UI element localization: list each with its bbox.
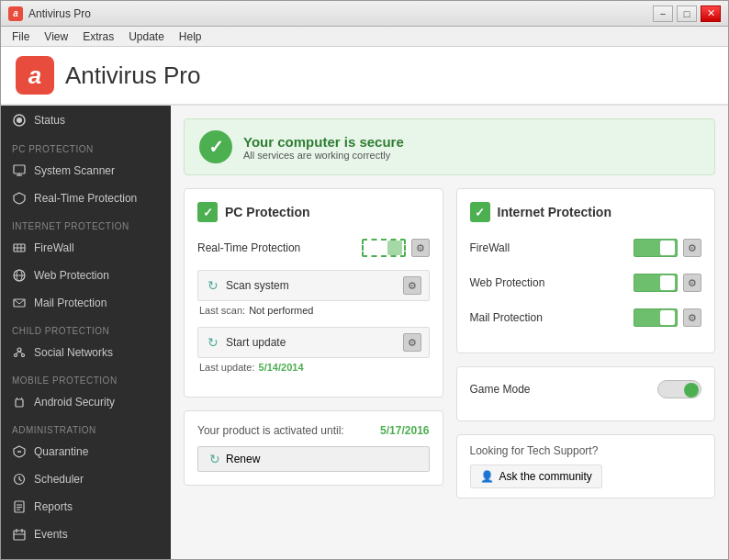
sidebar-section-mobile: MOBILE PROTECTION	[1, 370, 171, 388]
activation-label: Your product is activated until:	[197, 424, 380, 437]
window-controls: − □ ✕	[653, 6, 721, 22]
svg-rect-18	[16, 399, 23, 407]
renew-icon: ↻	[209, 452, 220, 466]
firewall-toggle[interactable]	[634, 239, 678, 257]
menu-bar: File View Extras Update Help	[1, 27, 728, 47]
realtime-toggle-row: Real-Time Protection ⚙	[197, 235, 430, 261]
internet-protection-col: Internet Protection FireWall ⚙ Web Prote…	[456, 188, 716, 498]
svg-rect-2	[14, 165, 25, 174]
menu-file[interactable]: File	[5, 28, 37, 45]
quarantine-icon	[12, 444, 27, 459]
app-icon	[8, 6, 23, 21]
svg-point-14	[15, 354, 17, 357]
sidebar-scheduler-label: Scheduler	[34, 473, 84, 486]
title-bar-left: Antivirus Pro	[8, 6, 91, 21]
sidebar-firewall-label: FireWall	[34, 241, 74, 254]
mail-toggle-row: Mail Protection ⚙	[470, 305, 702, 330]
android-icon	[12, 395, 27, 409]
window-title: Antivirus Pro	[28, 7, 91, 20]
internet-card-title: Internet Protection	[498, 205, 611, 219]
status-banner: Your computer is secure All services are…	[184, 118, 715, 175]
activation-row: Your product is activated until: 5/17/20…	[197, 424, 430, 437]
title-bar: Antivirus Pro − □ ✕	[1, 1, 728, 27]
status-icon	[12, 113, 27, 128]
last-scan-value: Not performed	[249, 305, 313, 316]
app-window: Antivirus Pro − □ ✕ File View Extras Upd…	[0, 0, 729, 560]
sidebar-social-label: Social Networks	[34, 346, 113, 359]
menu-update[interactable]: Update	[121, 28, 172, 45]
sidebar-scanner-label: System Scanner	[34, 164, 115, 177]
sidebar-item-quarantine[interactable]: Quarantine	[1, 438, 171, 465]
renew-button[interactable]: ↻ Renew	[197, 446, 430, 472]
app-logo	[16, 56, 54, 95]
sidebar-item-status[interactable]: Status	[1, 106, 171, 135]
close-button[interactable]: ✕	[701, 6, 721, 22]
update-label: Start update	[226, 336, 403, 349]
system-scanner-icon	[12, 163, 27, 178]
scan-gear-button[interactable]: ⚙	[403, 276, 421, 295]
svg-point-15	[22, 354, 25, 357]
sidebar-item-social[interactable]: Social Networks	[1, 339, 171, 366]
sidebar-android-label: Android Security	[34, 396, 115, 409]
activation-card: Your product is activated until: 5/17/20…	[184, 410, 443, 486]
sidebar-item-realtime[interactable]: Real-Time Protection	[1, 185, 171, 212]
game-mode-label: Game Mode	[470, 383, 658, 396]
update-gear-button[interactable]: ⚙	[403, 333, 421, 352]
firewall-toggle-row: FireWall ⚙	[470, 235, 702, 261]
community-button[interactable]: 👤 Ask the community	[470, 465, 602, 488]
sidebar-item-android[interactable]: Android Security	[1, 388, 171, 416]
app-title: Antivirus Pro	[65, 62, 200, 90]
menu-extras[interactable]: Extras	[75, 28, 121, 45]
sidebar-item-firewall[interactable]: FireWall	[1, 234, 171, 262]
game-mode-toggle[interactable]	[657, 380, 701, 398]
realtime-gear-button[interactable]: ⚙	[411, 239, 430, 257]
web-toggle[interactable]	[634, 274, 678, 292]
sidebar-item-mail[interactable]: Mail Protection	[1, 289, 171, 317]
scheduler-icon	[12, 472, 27, 487]
scan-icon: ↻	[206, 278, 220, 293]
app-header: Antivirus Pro	[1, 47, 728, 106]
sidebar-item-events[interactable]: Events	[1, 521, 171, 548]
game-mode-card: Game Mode	[456, 366, 716, 421]
web-toggle-row: Web Protection ⚙	[470, 270, 702, 296]
sidebar-item-scheduler[interactable]: Scheduler	[1, 465, 171, 493]
community-label: Ask the community	[499, 470, 592, 483]
svg-point-13	[17, 348, 21, 352]
web-gear-button[interactable]: ⚙	[683, 274, 701, 292]
tech-support-card: Looking for Tech Support? 👤 Ask the comm…	[456, 434, 716, 498]
sidebar-item-web[interactable]: Web Protection	[1, 262, 171, 289]
last-update-row: Last update: 5/14/2014	[197, 362, 430, 373]
events-icon	[12, 527, 27, 542]
last-update-label: Last update:	[199, 362, 255, 373]
status-title: Your computer is secure	[243, 134, 404, 150]
internet-check-icon	[470, 202, 490, 222]
sidebar-item-reports[interactable]: Reports	[1, 493, 171, 521]
sidebar-reports-label: Reports	[34, 500, 73, 513]
minimize-button[interactable]: −	[653, 6, 673, 22]
support-title: Looking for Tech Support?	[470, 444, 702, 457]
sidebar-item-system-scanner[interactable]: System Scanner	[1, 157, 171, 185]
two-col-layout: PC Protection Real-Time Protection ⚙ ↻ S…	[184, 188, 715, 498]
menu-help[interactable]: Help	[172, 28, 209, 45]
menu-view[interactable]: View	[37, 28, 75, 45]
update-icon: ↻	[206, 335, 220, 350]
maximize-button[interactable]: □	[677, 6, 697, 22]
web-toggle-label: Web Protection	[470, 276, 634, 289]
realtime-toggle[interactable]	[362, 239, 406, 257]
mail-icon	[12, 296, 27, 310]
pc-card-title-row: PC Protection	[197, 202, 430, 222]
mail-toggle[interactable]	[634, 308, 678, 327]
firewall-gear-button[interactable]: ⚙	[683, 239, 701, 257]
game-mode-knob	[684, 383, 699, 398]
svg-line-16	[16, 352, 19, 354]
sidebar-realtime-label: Real-Time Protection	[34, 192, 137, 205]
firewall-icon	[12, 241, 27, 255]
mail-gear-button[interactable]: ⚙	[683, 308, 701, 327]
sidebar-events-label: Events	[34, 528, 68, 541]
internet-protection-card: Internet Protection FireWall ⚙ Web Prote…	[456, 188, 716, 353]
sidebar-section-internet: INTERNET PROTECTION	[1, 216, 171, 234]
pc-protection-card: PC Protection Real-Time Protection ⚙ ↻ S…	[184, 188, 443, 398]
sidebar-web-label: Web Protection	[34, 269, 109, 282]
mail-toggle-label: Mail Protection	[470, 311, 634, 324]
pc-protection-col: PC Protection Real-Time Protection ⚙ ↻ S…	[184, 188, 443, 498]
